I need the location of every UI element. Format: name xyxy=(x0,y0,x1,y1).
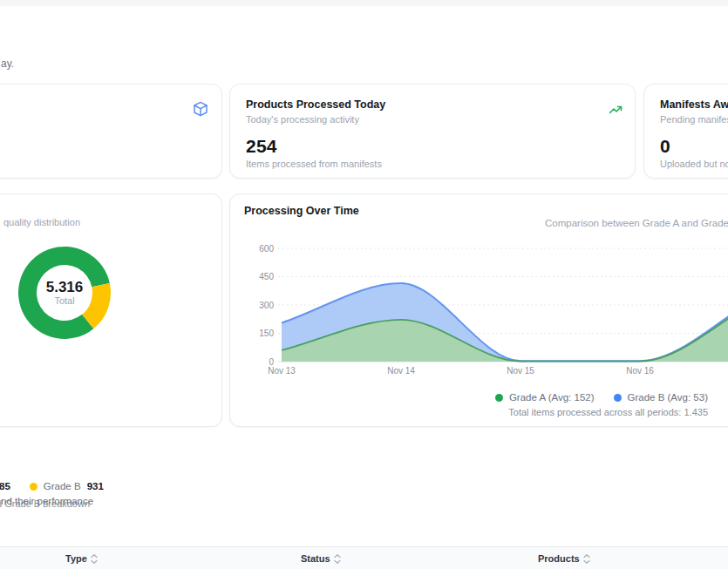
grade-b-series-label: Grade B (Avg: 53) xyxy=(628,392,708,403)
top-strip xyxy=(0,0,728,6)
donut-center: 5.316 Total xyxy=(14,242,115,343)
svg-text:300: 300 xyxy=(259,301,274,310)
column-header-status[interactable]: Status xyxy=(301,547,341,569)
stat-card-manifests-awaiting: Manifests Awaiting Processing Pending ma… xyxy=(643,84,728,179)
dashboard-page: ay. Products Processed Today Today's pro… xyxy=(0,0,728,569)
grade-a-series-label: Grade A (Avg: 152) xyxy=(509,392,595,403)
sort-icon xyxy=(583,553,590,565)
column-label: Type xyxy=(65,553,87,564)
card-subtitle: Today's processing activity xyxy=(246,114,619,125)
chart-subtitle: Comparison between Grade A and Grade B p… xyxy=(545,218,728,228)
card-subtitle: Pending manifest review xyxy=(660,114,728,125)
svg-text:Nov 15: Nov 15 xyxy=(507,366,534,376)
grade-a-series-dot xyxy=(495,394,503,402)
card-value: 254 xyxy=(246,137,619,156)
svg-text:0: 0 xyxy=(269,357,274,367)
stat-card-first xyxy=(0,84,222,179)
card-footer: Items processed from manifests xyxy=(246,159,619,170)
donut-legend: Grade A 4385 Grade B 931 xyxy=(0,481,104,491)
chart-total-note: Total items processed across all periods… xyxy=(508,407,708,417)
svg-text:600: 600 xyxy=(259,244,274,254)
column-label: Status xyxy=(301,553,330,564)
stat-card-products-processed: Products Processed Today Today's process… xyxy=(229,84,636,179)
trending-up-icon xyxy=(609,103,623,117)
sort-icon xyxy=(91,553,98,565)
donut-total-value: 5.316 xyxy=(46,280,84,295)
card-subtitle-fragment: quality distribution xyxy=(3,217,80,228)
svg-text:Nov 14: Nov 14 xyxy=(387,366,415,376)
grade-b-series-dot xyxy=(614,394,622,402)
svg-text:Nov 16: Nov 16 xyxy=(626,366,654,376)
card-value: 0 xyxy=(660,137,728,156)
card-title: Manifests Awaiting Processing xyxy=(660,98,728,112)
column-header-products[interactable]: Products xyxy=(538,547,590,569)
column-label: Products xyxy=(538,553,580,564)
quality-donut-chart: 5.316 Total xyxy=(14,242,115,343)
table-header-row: Type Status Products xyxy=(0,546,728,569)
grade-a-value: 4385 xyxy=(0,481,10,491)
area-chart-legend: Grade A (Avg: 152) Grade B (Avg: 53) xyxy=(495,392,708,403)
svg-text:450: 450 xyxy=(259,272,274,281)
chart-title: Processing Over Time xyxy=(244,205,359,217)
card-title: Products Processed Today xyxy=(246,98,619,112)
svg-text:Nov 13: Nov 13 xyxy=(268,366,296,376)
column-header-type[interactable]: Type xyxy=(65,547,98,569)
quality-distribution-card: quality distribution 5.316 Total Grade A… xyxy=(0,193,222,427)
card-footer: Uploaded but not yet processed xyxy=(660,159,728,170)
donut-total-label: Total xyxy=(54,295,74,307)
grade-b-value: 931 xyxy=(87,481,104,491)
section-subtitle-fragment: nd their performance xyxy=(1,496,93,506)
page-subtitle-fragment: ay. xyxy=(1,58,14,70)
package-icon xyxy=(192,100,209,118)
sort-icon xyxy=(334,553,341,565)
grade-b-label: Grade B xyxy=(44,481,81,491)
svg-text:150: 150 xyxy=(259,329,274,338)
grade-b-dot xyxy=(30,483,37,491)
